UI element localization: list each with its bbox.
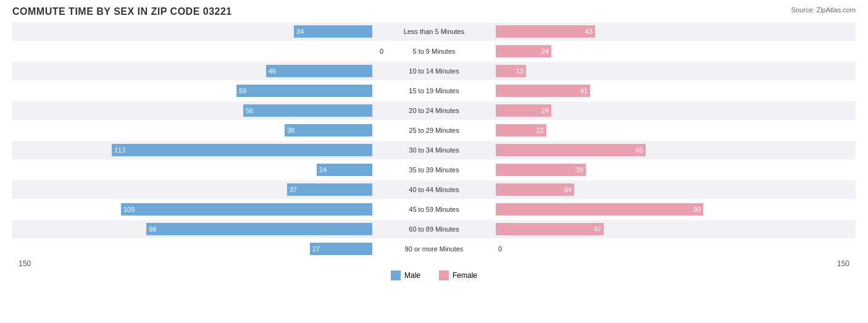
male-value: 34	[296, 28, 304, 35]
legend: Male Female	[12, 271, 856, 280]
female-bar: 43	[496, 25, 595, 38]
source-text: Source: ZipAtlas.com	[791, 6, 856, 14]
legend-male-box	[391, 271, 401, 280]
female-value: 43	[585, 28, 593, 35]
left-section: 27	[12, 240, 372, 258]
female-bar: 41	[496, 85, 590, 97]
female-bar: 65	[496, 144, 646, 156]
row-label: 60 to 89 Minutes	[372, 225, 496, 233]
female-bar: 24	[496, 104, 551, 117]
chart-container: COMMUTE TIME BY SEX IN ZIP CODE 03221 So…	[0, 0, 868, 323]
right-section: 0	[496, 240, 856, 258]
legend-male: Male	[391, 271, 420, 280]
row-label: Less than 5 Minutes	[372, 28, 496, 35]
male-bar: 56	[243, 104, 372, 117]
axis-left: 150	[19, 259, 31, 268]
left-section: 59	[12, 82, 372, 100]
row-label: 25 to 29 Minutes	[372, 127, 496, 134]
bar-row: 11330 to 34 Minutes65	[12, 141, 856, 159]
row-label: 30 to 34 Minutes	[372, 146, 496, 154]
male-value: 46	[269, 67, 276, 75]
left-section: 109	[12, 200, 372, 219]
female-bar: 13	[496, 65, 526, 77]
bar-row: 3740 to 44 Minutes34	[12, 180, 856, 199]
male-value: 27	[312, 245, 320, 253]
right-section: 39	[496, 161, 856, 179]
male-bar: 109	[121, 203, 372, 216]
left-section: 0	[12, 42, 372, 61]
female-value: 22	[536, 127, 544, 134]
right-section: 24	[496, 42, 856, 61]
female-value: 65	[636, 146, 643, 154]
male-value: 59	[239, 87, 246, 94]
bar-row: 3825 to 29 Minutes22	[12, 121, 856, 140]
female-bar: 47	[496, 223, 604, 235]
male-value: 24	[319, 166, 327, 174]
row-label: 15 to 19 Minutes	[372, 87, 496, 94]
row-label: 20 to 24 Minutes	[372, 107, 496, 114]
male-bar: 37	[287, 183, 372, 196]
row-label: 35 to 39 Minutes	[372, 166, 496, 174]
right-section: 13	[496, 62, 856, 80]
right-section: 65	[496, 141, 856, 159]
female-value: 24	[541, 107, 549, 114]
bar-row: 5915 to 19 Minutes41	[12, 82, 856, 100]
left-section: 38	[12, 121, 372, 140]
female-value: 41	[580, 87, 588, 94]
male-value: 37	[290, 186, 297, 193]
bar-row: 4610 to 14 Minutes13	[12, 62, 856, 80]
right-section: 24	[496, 101, 856, 120]
bars-area: 34Less than 5 Minutes4305 to 9 Minutes24…	[12, 22, 856, 268]
right-section: 43	[496, 22, 856, 41]
legend-male-label: Male	[404, 271, 420, 280]
male-value: 98	[149, 225, 156, 233]
female-value: 0	[498, 245, 502, 253]
left-section: 37	[12, 180, 372, 199]
axis-row: 150150	[12, 259, 856, 268]
right-section: 34	[496, 180, 856, 199]
left-section: 24	[12, 161, 372, 179]
bar-row: 2790 or more Minutes0	[12, 240, 856, 258]
male-bar: 34	[294, 25, 372, 38]
bar-row: 2435 to 39 Minutes39	[12, 161, 856, 179]
female-bar: 24	[496, 45, 551, 57]
male-bar: 59	[236, 85, 372, 97]
male-bar: 113	[112, 144, 372, 156]
row-label: 10 to 14 Minutes	[372, 67, 496, 75]
female-value: 90	[693, 206, 701, 213]
male-value: 56	[246, 107, 253, 114]
right-section: 90	[496, 200, 856, 219]
female-bar: 39	[496, 164, 586, 176]
left-section: 46	[12, 62, 372, 80]
male-value: 109	[123, 206, 135, 213]
male-bar: 38	[285, 124, 372, 136]
left-section: 34	[12, 22, 372, 41]
male-bar: 27	[310, 243, 372, 255]
axis-right: 150	[837, 259, 849, 268]
legend-female-label: Female	[453, 271, 477, 280]
male-bar: 46	[266, 65, 372, 77]
female-value: 39	[576, 166, 583, 174]
female-bar: 22	[496, 124, 546, 136]
left-section: 113	[12, 141, 372, 159]
male-bar: 24	[317, 164, 372, 176]
left-section: 56	[12, 101, 372, 120]
legend-female: Female	[439, 271, 477, 280]
right-section: 47	[496, 220, 856, 238]
bar-row: 9860 to 89 Minutes47	[12, 220, 856, 238]
right-section: 41	[496, 82, 856, 100]
female-value: 34	[564, 186, 572, 193]
bar-row: 05 to 9 Minutes24	[12, 42, 856, 61]
female-bar: 34	[496, 183, 574, 196]
left-section: 98	[12, 220, 372, 238]
bar-row: 5620 to 24 Minutes24	[12, 101, 856, 120]
female-value: 13	[516, 67, 524, 75]
row-label: 40 to 44 Minutes	[372, 186, 496, 193]
bar-row: 10945 to 59 Minutes90	[12, 200, 856, 219]
male-bar: 98	[146, 223, 372, 235]
right-section: 22	[496, 121, 856, 140]
row-label: 5 to 9 Minutes	[372, 48, 496, 55]
female-value: 47	[594, 225, 601, 233]
row-label: 90 or more Minutes	[372, 245, 496, 253]
male-value: 38	[287, 127, 294, 134]
